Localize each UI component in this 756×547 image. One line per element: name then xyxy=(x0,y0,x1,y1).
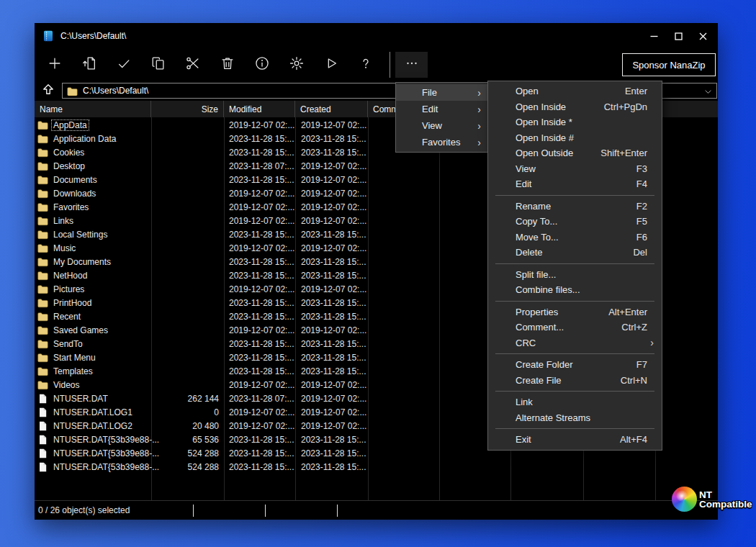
maximize-button[interactable] xyxy=(666,23,690,49)
menu-item-shortcut: F5 xyxy=(636,216,647,227)
nt-compatible-watermark: NT Compatible xyxy=(672,487,752,512)
more-button[interactable] xyxy=(395,52,428,78)
submenu-arrow-icon: › xyxy=(477,121,481,131)
menu-item-split-file[interactable]: Split file... xyxy=(488,267,662,283)
menu-item-exit[interactable]: ExitAlt+F4 xyxy=(488,432,662,448)
menu-item-move-to[interactable]: Move To...F6 xyxy=(488,230,662,245)
folder-icon xyxy=(37,134,48,144)
watermark-line2: Compatible xyxy=(699,499,752,510)
menu-item-crc[interactable]: CRC› xyxy=(488,335,662,351)
column-header-size[interactable]: Size xyxy=(151,101,224,117)
cell-name: Local Settings xyxy=(35,230,151,240)
desktop-background: C:\Users\Default\ Sponsor NanaZip xyxy=(0,0,756,547)
nt-compatible-globe-icon xyxy=(672,487,697,512)
menu-item-label: Split file... xyxy=(516,269,556,280)
address-input[interactable]: C:\Users\Default\ xyxy=(83,86,148,96)
delete-button[interactable] xyxy=(219,56,236,73)
row-label: Local Settings xyxy=(52,230,109,240)
menu-separator xyxy=(495,353,654,354)
row-label: Templates xyxy=(52,366,94,376)
info-button[interactable] xyxy=(253,56,271,73)
menu-item-shortcut: Shift+Enter xyxy=(600,148,647,158)
table-row[interactable]: NTUSER.DAT{53b39e88-...524 2882023-11-28… xyxy=(35,460,718,474)
sponsor-button[interactable]: Sponsor NanaZip xyxy=(622,53,716,76)
cell-modified: 2023-11-28 15:... xyxy=(224,353,295,363)
menu-item-open[interactable]: OpenEnter xyxy=(488,83,662,99)
menu-separator xyxy=(495,263,654,264)
column-header-label: Modified xyxy=(229,104,261,114)
menu-item-rename[interactable]: RenameF2 xyxy=(488,199,662,214)
benchmark-button[interactable] xyxy=(323,56,340,73)
column-header-modified[interactable]: Modified xyxy=(224,101,295,117)
menu-item-create-folder[interactable]: Create FolderF7 xyxy=(488,357,662,373)
cell-name: AppData xyxy=(35,120,151,130)
column-header-label: Created xyxy=(300,104,331,114)
menu-item-properties[interactable]: PropertiesAlt+Enter xyxy=(488,304,662,320)
menu-item-file[interactable]: File› xyxy=(396,84,488,101)
more-icon xyxy=(404,55,420,74)
menu-item-edit[interactable]: EditF4 xyxy=(488,176,662,192)
menu-item-label: CRC xyxy=(516,338,536,348)
cell-name: NTUSER.DAT.LOG1 xyxy=(35,407,151,417)
menu-item-edit[interactable]: Edit› xyxy=(396,101,488,117)
column-header-name[interactable]: Name xyxy=(35,101,151,117)
menu-item-comment[interactable]: Comment...Ctrl+Z xyxy=(488,320,662,335)
menu-item-label: Create File xyxy=(516,375,562,386)
menu-item-delete[interactable]: DeleteDel xyxy=(488,245,662,261)
submenu-arrow-icon: › xyxy=(477,137,481,148)
menu-item-label: Open Inside xyxy=(516,101,566,112)
cell-name: NTUSER.DAT xyxy=(35,394,151,404)
folder-icon xyxy=(37,380,48,390)
up-button[interactable] xyxy=(35,81,62,101)
test-button[interactable] xyxy=(115,56,132,73)
cell-modified: 2019-12-07 02:... xyxy=(224,284,295,294)
cell-created: 2019-12-07 02:... xyxy=(295,202,368,212)
extract-icon xyxy=(81,55,97,74)
folder-icon xyxy=(37,243,48,253)
menu-item-open-inside[interactable]: Open Inside # xyxy=(488,130,662,146)
menu-item-label: Exit xyxy=(516,434,531,445)
cell-created: 2019-12-07 02:... xyxy=(295,421,368,431)
folder-icon xyxy=(37,189,48,199)
menu-item-label: Open xyxy=(516,86,539,96)
help-icon xyxy=(358,55,374,74)
menu-item-alternate-streams[interactable]: Alternate Streams xyxy=(488,410,662,426)
cell-name: SendTo xyxy=(35,339,151,349)
submenu-arrow-icon: › xyxy=(477,88,481,98)
menu-item-view[interactable]: ViewF3 xyxy=(488,161,662,177)
titlebar[interactable]: C:\Users\Default\ xyxy=(35,23,718,49)
move-button[interactable] xyxy=(184,56,202,73)
help-button[interactable] xyxy=(357,56,374,73)
cell-name: NTUSER.DAT{53b39e88-... xyxy=(35,448,151,458)
window-title: C:\Users\Default\ xyxy=(60,31,642,41)
cell-modified: 2023-11-28 15:... xyxy=(224,339,295,349)
close-button[interactable] xyxy=(690,23,715,49)
menu-item-favorites[interactable]: Favorites› xyxy=(396,134,488,150)
cell-created: 2023-11-28 15:... xyxy=(295,257,368,267)
options-icon xyxy=(289,55,305,74)
column-header-created[interactable]: Created xyxy=(295,101,368,117)
row-label: Links xyxy=(52,216,75,226)
cell-name: Favorites xyxy=(35,202,151,212)
submenu-arrow-icon: › xyxy=(477,104,481,114)
row-label: Videos xyxy=(52,380,81,390)
options-button[interactable] xyxy=(288,56,305,73)
folder-icon xyxy=(37,366,48,376)
chevron-down-icon[interactable] xyxy=(703,86,713,96)
menu-item-combine-files[interactable]: Combine files... xyxy=(488,282,662,298)
menu-item-link[interactable]: Link xyxy=(488,394,662,410)
menu-item-open-outside[interactable]: Open OutsideShift+Enter xyxy=(488,145,662,161)
minimize-button[interactable] xyxy=(642,23,666,49)
cell-created: 2019-12-07 02:... xyxy=(295,380,368,390)
menu-item-open-inside[interactable]: Open InsideCtrl+PgDn xyxy=(488,99,662,115)
menu-item-open-inside[interactable]: Open Inside * xyxy=(488,114,662,130)
extract-button[interactable] xyxy=(81,56,98,73)
add-button[interactable] xyxy=(46,56,63,73)
menu-item-copy-to[interactable]: Copy To...F5 xyxy=(488,214,662,230)
cell-name: Desktop xyxy=(35,161,151,171)
menu-item-view[interactable]: View› xyxy=(396,117,488,134)
cell-modified: 2019-12-07 02:... xyxy=(224,380,295,390)
cell-modified: 2023-11-28 15:... xyxy=(224,312,295,322)
copy-button[interactable] xyxy=(150,56,167,73)
menu-item-create-file[interactable]: Create FileCtrl+N xyxy=(488,373,662,389)
